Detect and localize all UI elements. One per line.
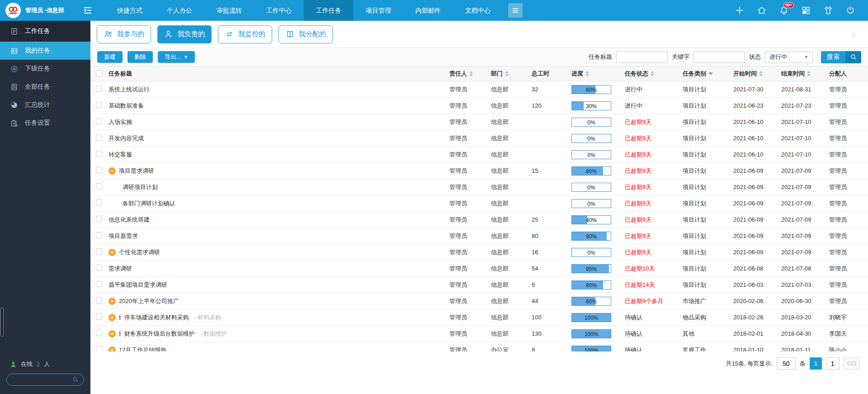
top-menu-item-6[interactable]: 项目管理 — [354, 0, 403, 21]
hamburger-menu-icon[interactable] — [508, 3, 523, 18]
expand-icon[interactable]: + — [108, 249, 116, 256]
task-title[interactable]: 项目新需求 — [108, 232, 138, 240]
export-button[interactable]: 导出...▼ — [158, 51, 195, 63]
title-filter-input[interactable] — [616, 52, 668, 63]
end-date-cell: 2021-07-09 — [781, 167, 829, 174]
tab-3[interactable]: 我监控的 — [218, 25, 272, 43]
row-checkbox[interactable] — [96, 183, 102, 190]
column-header-7[interactable]: 任务类别 — [683, 70, 733, 78]
top-menu-item-1[interactable]: 快捷方式 — [105, 0, 155, 21]
top-menu-item-2[interactable]: 个人办公 — [155, 0, 204, 21]
menu-collapse-icon[interactable] — [82, 5, 93, 16]
column-header-3[interactable]: 部门 — [491, 70, 532, 78]
keyword-filter-input[interactable] — [693, 52, 745, 63]
task-title[interactable]: 转交客服 — [108, 151, 132, 159]
tab-4[interactable]: 我分配的 — [278, 25, 333, 43]
sidebar-item-4[interactable]: 汇总统计 — [0, 96, 90, 114]
column-header-2[interactable]: 责任人 — [449, 70, 491, 78]
favorite-star-icon[interactable]: ☆ — [850, 30, 857, 39]
row-checkbox[interactable] — [96, 118, 102, 124]
task-title[interactable]: 个性化需求调研 — [119, 248, 160, 256]
goto-page-input[interactable] — [826, 357, 840, 370]
row-checkbox[interactable] — [96, 346, 102, 351]
top-actions: 99+ — [735, 5, 855, 15]
row-checkbox[interactable] — [96, 297, 102, 304]
tab-1[interactable]: 我参与的 — [97, 25, 151, 43]
sidebar-item-3[interactable]: 全部任务 — [0, 78, 90, 96]
sidebar-scrollbar[interactable] — [0, 308, 4, 337]
expand-icon[interactable]: + — [108, 314, 116, 321]
sidebar-search-icon[interactable] — [72, 376, 79, 383]
sidebar-item-2[interactable]: 下级任务 — [0, 60, 90, 78]
collapse-icon[interactable]: − — [108, 167, 116, 175]
top-menu-item-7[interactable]: 内部邮件 — [403, 0, 453, 21]
sidebar-search-input[interactable] — [11, 377, 72, 383]
task-title[interactable]: 入场实施 — [108, 118, 132, 126]
go-button[interactable]: GO — [844, 357, 860, 370]
hours-cell: 130 — [532, 330, 571, 337]
select-all-checkbox[interactable] — [96, 70, 102, 76]
task-title[interactable]: 调研项目计划 — [123, 183, 158, 191]
apps-grid-icon[interactable] — [801, 5, 811, 15]
row-checkbox[interactable] — [96, 134, 102, 141]
row-checkbox[interactable] — [96, 248, 102, 255]
progress-bar: 0% — [571, 199, 611, 208]
task-title[interactable]: 财务系统升级后台数据维护 — [124, 330, 195, 338]
plus-icon[interactable] — [735, 5, 745, 15]
row-checkbox[interactable] — [96, 232, 102, 238]
power-icon[interactable] — [845, 5, 855, 15]
task-title[interactable]: 停车场建设相关材料采购 — [124, 313, 189, 322]
row-checkbox[interactable] — [96, 216, 102, 222]
row-checkbox[interactable] — [96, 281, 102, 287]
theme-shirt-icon[interactable] — [823, 5, 833, 15]
tab-2[interactable]: 我负责的 — [157, 25, 212, 43]
end-date-cell: 2021-07-23 — [781, 102, 829, 109]
row-checkbox[interactable] — [96, 85, 102, 92]
task-title[interactable]: 12月工作总结报告 — [119, 346, 166, 352]
sidebar-section-work-tasks[interactable]: 工作任务 — [0, 21, 90, 42]
row-checkbox[interactable] — [96, 167, 102, 173]
task-title[interactable]: 基础数据准备 — [108, 102, 144, 110]
row-checkbox[interactable] — [96, 151, 102, 157]
sidebar-item-5[interactable]: 任务设置 — [0, 114, 90, 132]
task-title[interactable]: 信息化系统搭建 — [108, 216, 150, 224]
expand-icon[interactable]: + — [108, 330, 116, 337]
top-menu-item-4[interactable]: 工作中心 — [254, 0, 304, 21]
task-title[interactable]: 昌平集团项目需求调研 — [108, 281, 167, 289]
task-title[interactable]: 项目需求调研 — [119, 167, 154, 175]
top-menu-item-3[interactable]: 审批流转 — [204, 0, 254, 21]
task-suffix: --材料采购 — [194, 313, 222, 322]
top-menu-item-5[interactable]: 工作任务 — [304, 0, 354, 21]
row-checkbox[interactable] — [96, 330, 102, 336]
column-header-5[interactable]: 进度 — [571, 70, 625, 78]
task-title[interactable]: 各部门调研计划确认 — [123, 199, 175, 208]
progress-label: 90% — [572, 232, 611, 240]
row-checkbox[interactable] — [96, 313, 102, 320]
column-header-6[interactable]: 任务状态 — [625, 70, 683, 78]
app-logo[interactable] — [5, 3, 21, 18]
row-checkbox[interactable] — [96, 199, 102, 206]
new-button[interactable]: 新建 — [97, 51, 123, 63]
owner-cell: 管理员 — [449, 265, 491, 273]
owner-cell: 管理员 — [449, 199, 491, 208]
notifications-bell-icon[interactable]: 99+ — [779, 5, 789, 15]
search-button[interactable]: 搜索 — [821, 51, 861, 63]
expand-icon[interactable]: + — [108, 298, 116, 305]
row-checkbox[interactable] — [96, 102, 102, 108]
expand-icon[interactable]: + — [108, 347, 116, 352]
page-size-input[interactable] — [777, 357, 796, 370]
delete-button[interactable]: 删除 — [127, 51, 153, 63]
status-select[interactable]: 进行中 ▼ — [765, 52, 813, 63]
task-title[interactable]: 系统上线试运行 — [108, 85, 150, 94]
home-icon[interactable] — [757, 5, 767, 15]
task-title[interactable]: 2020年上半年公司推广 — [119, 297, 179, 305]
task-title[interactable]: 需求调研 — [108, 265, 132, 273]
task-title[interactable]: 开发内容完成 — [108, 134, 144, 142]
column-header-8[interactable]: 开始时间 — [733, 70, 781, 78]
column-header-9[interactable]: 结束时间 — [781, 70, 829, 78]
current-page-button[interactable]: 1 — [810, 357, 822, 370]
sidebar-item-1[interactable]: 我的任务 — [0, 42, 90, 60]
top-menu-item-8[interactable]: 文档中心 — [453, 0, 503, 21]
row-checkbox[interactable] — [96, 265, 102, 271]
category-cell: 项目计划 — [683, 281, 733, 289]
